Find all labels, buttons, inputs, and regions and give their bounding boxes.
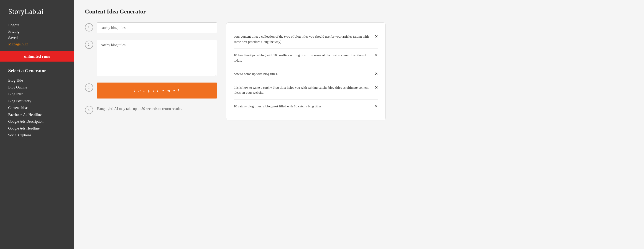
generator-list: Blog Title Blog Outline Blog Intro Blog … <box>0 77 74 138</box>
step-4-row: 4. Hang tight! AI may take up to 30 seco… <box>85 105 217 114</box>
form-section: 1. 2. catchy blog titles 3. I n s p i r … <box>85 22 217 241</box>
generator-blog-post-story[interactable]: Blog Post Story <box>8 98 66 104</box>
sidebar: StoryLab.ai Logout Pricing Saved Manage … <box>0 0 74 249</box>
result-close-3[interactable]: ✕ <box>374 71 378 76</box>
step-3-circle: 3. <box>85 83 93 92</box>
inspire-me-button[interactable]: I n s p i r e m e ! <box>97 83 217 99</box>
result-text-4: this is how to write a catchy blog title… <box>234 85 370 95</box>
step-3-row: 3. I n s p i r e m e ! <box>85 83 217 99</box>
app-logo: StoryLab.ai <box>0 0 74 22</box>
step-4-info: Hang tight! AI may take up to 30 seconds… <box>97 105 217 113</box>
result-item-1: your content title: a collection of the … <box>234 30 378 49</box>
step-2-textarea[interactable]: catchy blog titles <box>97 40 217 76</box>
result-text-3: how to come up with blog titles. <box>234 71 370 77</box>
result-text-5: 10 catchy blog titles: a blog post fille… <box>234 104 370 109</box>
unlimited-runs-banner: unlimited runs <box>0 51 74 62</box>
generator-blog-intro[interactable]: Blog Intro <box>8 91 66 97</box>
step-1-row: 1. <box>85 22 217 33</box>
step-1-circle: 1. <box>85 23 93 32</box>
page-title: Content Idea Generator <box>85 8 633 15</box>
sidebar-item-manage-plan[interactable]: Manage plan <box>8 41 66 47</box>
select-generator-heading: Select a Generator <box>0 68 74 74</box>
result-item-3: how to come up with blog titles. ✕ <box>234 67 378 81</box>
sidebar-item-pricing[interactable]: Pricing <box>8 29 66 35</box>
main-content: Content Idea Generator 1. 2. catchy blog… <box>74 0 644 249</box>
step-4-circle: 4. <box>85 106 93 114</box>
generator-blog-outline[interactable]: Blog Outline <box>8 84 66 91</box>
results-panel: your content title: a collection of the … <box>226 22 386 120</box>
generator-google-ads-headline[interactable]: Google Ads Headline <box>8 125 66 132</box>
result-close-1[interactable]: ✕ <box>374 34 378 39</box>
result-text-1: your content title: a collection of the … <box>234 34 370 44</box>
generator-blog-title[interactable]: Blog Title <box>8 77 66 84</box>
generator-google-ads-description[interactable]: Google Ads Description <box>8 118 66 125</box>
sidebar-nav: Logout Pricing Saved Manage plan <box>0 22 74 47</box>
sidebar-item-logout[interactable]: Logout <box>8 22 66 28</box>
result-item-4: this is how to write a catchy blog title… <box>234 81 378 100</box>
result-item-5: 10 catchy blog titles: a blog post fille… <box>234 100 378 113</box>
step-2-row: 2. catchy blog titles <box>85 40 217 76</box>
generator-content-ideas[interactable]: Content Ideas <box>8 105 66 111</box>
result-close-5[interactable]: ✕ <box>374 104 378 108</box>
result-close-2[interactable]: ✕ <box>374 53 378 57</box>
result-item-2: 10 headline tips: a blog with 10 headlin… <box>234 49 378 67</box>
sidebar-item-saved[interactable]: Saved <box>8 35 66 41</box>
step-1-input[interactable] <box>97 22 217 33</box>
generator-facebook-ad-headline[interactable]: Facebook Ad Headline <box>8 112 66 118</box>
generator-social-captions[interactable]: Social Captions <box>8 132 66 138</box>
result-close-4[interactable]: ✕ <box>374 85 378 90</box>
result-text-2: 10 headline tips: a blog with 10 headlin… <box>234 53 370 63</box>
content-area: 1. 2. catchy blog titles 3. I n s p i r … <box>85 22 633 241</box>
step-2-circle: 2. <box>85 41 93 49</box>
